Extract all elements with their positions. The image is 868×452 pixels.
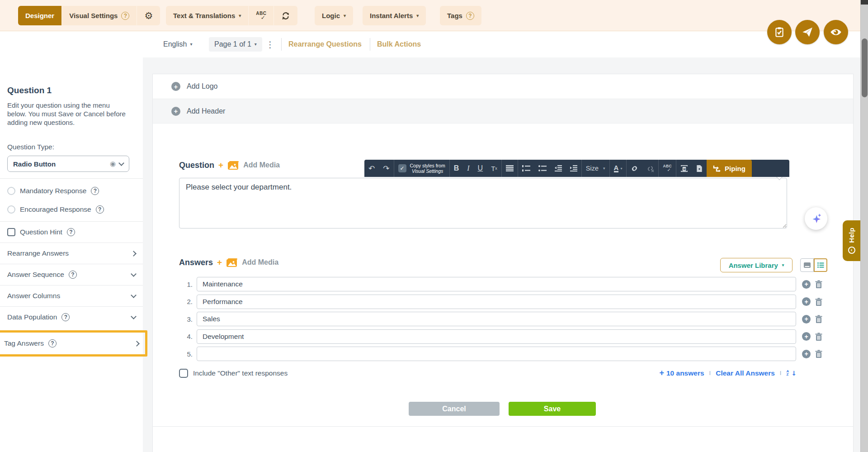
save-button[interactable]: Save — [509, 402, 596, 416]
answer-input-3[interactable] — [197, 312, 796, 326]
help-icon[interactable]: ? — [48, 339, 57, 347]
answer-library-dropdown[interactable]: Answer Library ▾ — [720, 258, 793, 272]
redo-button[interactable]: ↷ — [379, 160, 393, 177]
paste-from-word-button[interactable]: w — [676, 160, 692, 177]
sort-answers-button[interactable]: A Z ↓ — [786, 370, 797, 377]
trash-icon[interactable] — [815, 298, 822, 306]
add-answer-icon[interactable]: + — [802, 280, 811, 289]
font-color-button[interactable]: A ▾ — [610, 160, 627, 177]
encouraged-response-option[interactable]: Encouraged Response ? — [0, 200, 143, 219]
add-header-button[interactable]: + Add Header — [153, 99, 853, 124]
unlink-button[interactable] — [642, 160, 658, 177]
link-button[interactable] — [627, 160, 642, 177]
media-image-icon[interactable] — [227, 161, 239, 170]
data-population-item[interactable]: Data Population ? — [0, 307, 143, 328]
rearrange-answers-item[interactable]: Rearrange Answers — [0, 243, 143, 264]
trash-icon[interactable] — [815, 280, 822, 288]
help-tab[interactable]: Help ‹ — [843, 220, 860, 261]
answer-columns-item[interactable]: Answer Columns — [0, 285, 143, 306]
italic-button[interactable]: I — [463, 160, 473, 177]
tab-instant-alerts-label: Instant Alerts — [370, 12, 413, 19]
radio-button-icon: ◉ — [110, 160, 116, 168]
answer-input-5[interactable] — [197, 347, 796, 361]
find-replace-button[interactable] — [274, 6, 297, 25]
help-icon[interactable]: ? — [69, 271, 77, 279]
help-icon[interactable]: ? — [96, 205, 104, 214]
help-icon[interactable]: ? — [91, 187, 99, 195]
add-logo-button[interactable]: + Add Logo — [153, 74, 853, 99]
preview-survey-button[interactable] — [824, 20, 848, 44]
tab-tags[interactable]: Tags ? — [440, 6, 481, 25]
mandatory-response-option[interactable]: Mandatory Response ? — [0, 181, 143, 200]
add-answer-icon[interactable]: + — [802, 297, 811, 306]
bold-button[interactable]: B — [450, 160, 463, 177]
ordered-list-button[interactable] — [518, 160, 534, 177]
radio-icon[interactable] — [7, 187, 15, 195]
page-menu-button[interactable]: ⋮ — [266, 31, 274, 57]
add-media-button[interactable]: Add Media — [243, 161, 280, 169]
tab-designer[interactable]: Designer — [18, 6, 62, 25]
chevron-down-icon: ▾ — [416, 14, 419, 18]
copy-styles-toggle[interactable]: ✓ Copy styles from Visual Settings — [394, 160, 449, 177]
include-other-option[interactable]: Include "Other" text responses — [179, 369, 288, 378]
alignment-button[interactable] — [502, 160, 518, 177]
bulk-actions-button[interactable]: Bulk Actions — [377, 31, 421, 57]
card-view-button[interactable] — [800, 258, 814, 272]
radio-icon[interactable] — [7, 205, 15, 214]
source-code-button[interactable] — [692, 160, 707, 177]
help-icon[interactable]: ? — [61, 313, 70, 321]
help-icon[interactable]: ? — [466, 12, 474, 20]
rearrange-questions-button[interactable]: Rearrange Questions — [288, 31, 362, 57]
scrollbar-track[interactable] — [860, 0, 868, 452]
scrollbar-thumb[interactable] — [862, 38, 868, 97]
tab-visual-settings[interactable]: Visual Settings ? — [62, 6, 137, 25]
tag-answers-item[interactable]: Tag Answers ? — [0, 333, 145, 354]
answer-input-1[interactable] — [197, 277, 796, 291]
nav-group-logic: Logic ▾ — [315, 6, 353, 25]
underline-button[interactable]: U — [474, 160, 487, 177]
answers-add-media-button[interactable]: Add Media — [242, 258, 278, 266]
add-10-answers-link[interactable]: + 10 answers — [659, 368, 704, 378]
tab-logic[interactable]: Logic ▾ — [315, 6, 353, 25]
tab-text-translations[interactable]: Text & Translations ▾ — [166, 6, 249, 25]
test-survey-button[interactable] — [767, 20, 792, 44]
clear-all-answers-link[interactable]: Clear All Answers — [716, 369, 775, 377]
paper-plane-icon — [802, 26, 813, 38]
add-answer-icon[interactable]: + — [802, 332, 811, 341]
question-text-input[interactable]: Please select your department. — [179, 178, 787, 228]
trash-icon[interactable] — [815, 315, 822, 323]
checkbox-checked-icon[interactable]: ✓ — [398, 164, 406, 172]
trash-icon[interactable] — [815, 333, 822, 341]
tab-instant-alerts[interactable]: Instant Alerts ▾ — [363, 6, 426, 25]
trash-icon[interactable] — [815, 350, 822, 358]
bullet-list-button[interactable] — [534, 160, 551, 177]
piping-button[interactable]: Piping — [707, 160, 752, 177]
help-icon[interactable]: ? — [121, 12, 129, 20]
list-view-button[interactable] — [814, 258, 827, 272]
language-dropdown[interactable]: English ▾ — [163, 31, 193, 57]
share-survey-button[interactable] — [795, 20, 820, 44]
toolbar-spellcheck-button[interactable]: ABC ✓ — [659, 160, 676, 177]
question-hint-option[interactable]: Question Hint ? — [0, 222, 143, 243]
add-answer-icon[interactable]: + — [802, 315, 811, 324]
question-type-dropdown[interactable]: Radio Button ◉ — [7, 156, 129, 172]
add-answer-icon[interactable]: + — [802, 350, 811, 358]
ai-assist-button[interactable] — [805, 207, 827, 230]
outdent-button[interactable] — [551, 160, 566, 177]
clear-formatting-button[interactable]: Tx — [487, 160, 501, 177]
indent-button[interactable] — [566, 160, 581, 177]
page-selector[interactable]: Page 1 of 1 ▾ — [209, 31, 262, 57]
answer-sequence-item[interactable]: Answer Sequence ? — [0, 264, 143, 285]
checkbox-icon[interactable] — [179, 369, 188, 378]
help-icon[interactable]: ? — [67, 228, 75, 236]
cancel-button[interactable]: Cancel — [409, 402, 500, 416]
settings-gear-button[interactable]: ⚙ — [137, 6, 160, 25]
spellcheck-button[interactable]: ABC ✓ — [249, 6, 274, 25]
answer-input-4[interactable] — [197, 329, 796, 344]
answer-input-2[interactable] — [197, 295, 796, 309]
help-label: Help — [848, 228, 855, 243]
media-image-icon[interactable] — [226, 258, 238, 267]
checkbox-icon[interactable] — [7, 228, 15, 236]
size-dropdown[interactable]: Size ▾ — [582, 160, 609, 177]
undo-button[interactable]: ↶ — [364, 160, 379, 177]
